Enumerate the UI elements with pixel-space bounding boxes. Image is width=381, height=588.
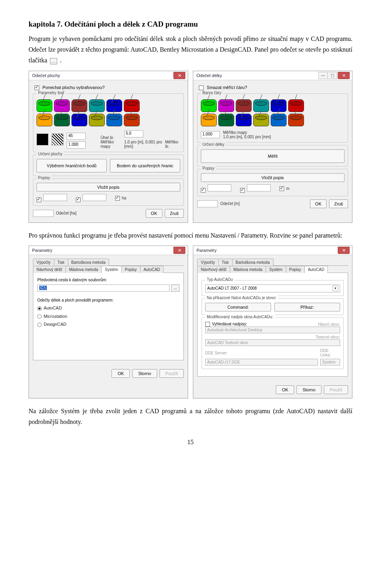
popis-input[interactable] bbox=[208, 184, 231, 191]
group-urceni-delky: Určení délky Měřit bbox=[197, 145, 348, 166]
checkbox-icon[interactable] bbox=[199, 85, 204, 90]
input-odecet[interactable] bbox=[33, 210, 54, 217]
maximize-icon[interactable]: ▢ bbox=[327, 72, 337, 79]
lbl-textove-okno: Textové okno: bbox=[205, 335, 340, 339]
close-icon[interactable]: ✕ bbox=[173, 72, 185, 79]
lbl-program: Odečty délek a ploch provádět programem: bbox=[37, 298, 179, 302]
color-pot-icon[interactable] bbox=[218, 114, 234, 126]
checkbox-icon[interactable] bbox=[115, 196, 120, 201]
checkbox-icon[interactable] bbox=[35, 85, 39, 90]
tab-bartoskova[interactable]: Bartoškova metoda bbox=[68, 259, 109, 266]
popis-input[interactable] bbox=[83, 194, 106, 201]
radio-icon[interactable] bbox=[37, 323, 42, 327]
minimize-icon[interactable]: — bbox=[318, 72, 328, 79]
btn-vlozit-popis[interactable]: Vložit popis bbox=[37, 183, 180, 191]
checkbox-icon[interactable] bbox=[240, 188, 245, 193]
ok-button[interactable]: OK bbox=[276, 385, 294, 394]
tab-popisy[interactable]: Popisy bbox=[286, 266, 305, 273]
tab-tisk[interactable]: Tisk bbox=[218, 259, 233, 266]
tab-autocad[interactable]: AutoCAD bbox=[140, 266, 164, 273]
chk-smazat[interactable]: Smazat měřící čáru? bbox=[199, 85, 348, 90]
input-uhel[interactable]: 45 bbox=[67, 133, 86, 140]
color-pot-icon[interactable] bbox=[89, 114, 105, 126]
color-pot-icon[interactable] bbox=[253, 114, 269, 126]
color-pot-icon[interactable] bbox=[201, 114, 217, 126]
checkbox-icon[interactable] bbox=[279, 186, 284, 191]
tab-maslova[interactable]: Máslova metoda bbox=[65, 266, 102, 273]
fill-swatch-icon[interactable] bbox=[37, 133, 48, 145]
chk-ponechat[interactable]: Ponechat plochu vyšrafovanou? bbox=[35, 85, 184, 90]
path-input[interactable]: C:\ bbox=[37, 284, 169, 292]
radio-microstation[interactable]: Microstation bbox=[37, 314, 179, 319]
dialog-odecet-delky: Odečet délky —▢ ✕ Smazat měřící čáru? Ba… bbox=[193, 71, 352, 223]
btn-vlozit-popis[interactable]: Vložit popis bbox=[201, 173, 344, 182]
storno-button[interactable]: Storno bbox=[132, 369, 157, 378]
input-meritko-sr[interactable]: 5.0 bbox=[124, 130, 143, 137]
btn-vyber-body[interactable]: Výběrem hraničních bodů bbox=[37, 159, 107, 172]
tab-system[interactable]: Systém bbox=[266, 266, 286, 273]
hatch-swatch-icon[interactable] bbox=[52, 133, 64, 145]
ok-button[interactable]: OK bbox=[112, 369, 130, 378]
cancel-button[interactable]: Zruš bbox=[329, 199, 348, 208]
minmax-icons[interactable]: —▢ bbox=[319, 72, 337, 79]
radio-icon[interactable] bbox=[37, 306, 42, 311]
pouzit-button[interactable]: Použít bbox=[324, 385, 348, 394]
checkbox-icon[interactable] bbox=[37, 197, 41, 202]
radio-icon[interactable] bbox=[37, 314, 42, 319]
ok-button[interactable]: OK bbox=[146, 209, 162, 218]
browse-button[interactable]: ... bbox=[171, 284, 179, 292]
lbl-map: Měřítko mapy bbox=[100, 140, 120, 149]
group-prikazova-radka: Na příkazové řádce AutoCADu je slovo: Co… bbox=[202, 298, 344, 315]
lbl-map: Měřítko mapy bbox=[223, 130, 271, 135]
cancel-button[interactable]: Zruš bbox=[165, 209, 184, 218]
input-meritko-mapy[interactable]: 1.000 bbox=[67, 141, 86, 149]
btn-bod-hranice[interactable]: Bodem do uzavřených hranic bbox=[110, 159, 180, 172]
radio-autocad[interactable]: AutoCAD bbox=[37, 306, 179, 311]
tab-navrhovy-dest[interactable]: Návrhový déšť bbox=[33, 266, 66, 273]
ok-button[interactable]: OK bbox=[310, 199, 327, 208]
color-pot-icon[interactable] bbox=[37, 114, 52, 126]
btn-command[interactable]: Command: bbox=[205, 303, 271, 311]
dialog-parametry-autocad: Parametry ✕ Výpočty Tisk Bartoškova meto… bbox=[193, 246, 352, 398]
paragraph-2: Pro správnou funkci programu je třeba pr… bbox=[29, 230, 352, 241]
tab-vypocty[interactable]: Výpočty bbox=[197, 259, 219, 266]
pouzit-button[interactable]: Použít bbox=[160, 369, 184, 378]
input-odecet[interactable] bbox=[197, 200, 218, 207]
checkbox-icon[interactable] bbox=[76, 197, 81, 202]
tab-maslova[interactable]: Máslova metoda bbox=[230, 266, 266, 273]
popis-input[interactable] bbox=[43, 194, 67, 201]
select-typ-autocadu[interactable]: AutoCAD LT 2007 - LT 2008▾ bbox=[205, 284, 340, 292]
checkbox-icon[interactable] bbox=[205, 322, 210, 327]
group-title: Popisy bbox=[201, 166, 216, 170]
titlebar: Odečet délky —▢ ✕ bbox=[193, 71, 352, 80]
tab-autocad[interactable]: AutoCAD bbox=[304, 266, 328, 273]
color-pot-icon[interactable] bbox=[288, 114, 304, 126]
chevron-down-icon[interactable]: ▾ bbox=[333, 286, 338, 291]
color-pot-icon[interactable] bbox=[124, 114, 140, 126]
storno-button[interactable]: Storno bbox=[296, 385, 321, 394]
tab-system[interactable]: Systém bbox=[101, 266, 121, 273]
input-meritko-mapy[interactable]: 1.000 bbox=[201, 131, 220, 138]
close-icon[interactable]: ✕ bbox=[338, 247, 350, 254]
tab-vypocty[interactable]: Výpočty bbox=[33, 259, 54, 266]
btn-merit[interactable]: Měřit bbox=[201, 149, 344, 163]
dialog-title: Odečet plochy bbox=[32, 73, 60, 78]
checkbox-icon[interactable] bbox=[201, 188, 206, 193]
close-icon[interactable]: ✕ bbox=[338, 72, 350, 79]
color-pot-icon[interactable] bbox=[54, 114, 70, 126]
tab-bartoskova[interactable]: Bartoškova metoda bbox=[232, 259, 273, 266]
close-icon[interactable]: ✕ bbox=[173, 247, 185, 254]
tab-tisk[interactable]: Tisk bbox=[54, 259, 68, 266]
color-pot-icon[interactable] bbox=[71, 114, 87, 126]
group-barva-cary: Barva čáry 1. bbox=[197, 93, 348, 143]
color-pot-icon[interactable] bbox=[271, 114, 287, 126]
btn-prikaz[interactable]: Příkaz: bbox=[274, 303, 340, 311]
group-title: Typ AutoCADu bbox=[205, 277, 235, 282]
tab-popisy[interactable]: Popisy bbox=[121, 266, 140, 273]
color-pot-icon[interactable] bbox=[106, 114, 122, 126]
radio-designcad[interactable]: DesignCAD bbox=[37, 322, 179, 327]
tab-navrhovy-dest[interactable]: Návrhový déšť bbox=[197, 266, 230, 273]
popis-input[interactable] bbox=[247, 184, 271, 191]
input-dde-server: AutoCAD.r17.DDE bbox=[205, 359, 318, 366]
color-pot-icon[interactable] bbox=[236, 114, 252, 126]
